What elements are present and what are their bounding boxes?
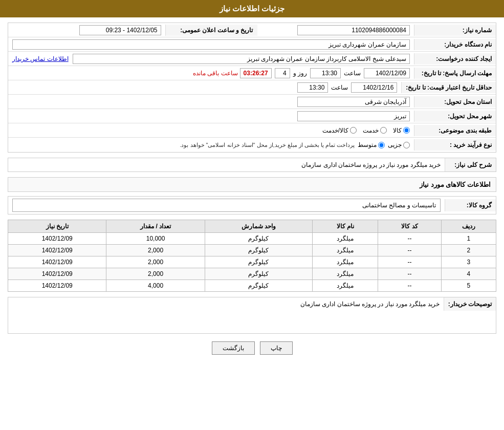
shomareNiaz-value-cell: 1102094886000084 (257, 24, 414, 37)
ostan-label: استان محل تحویل: (414, 96, 496, 107)
cell-radif: 2 (441, 245, 496, 256)
ostan-value: آذربایجان شرقی (297, 97, 410, 107)
remaining-time-label: ساعت باقی مانده (193, 70, 238, 77)
radio-kala-khedmat-input[interactable] (350, 127, 357, 134)
sharh-koli-label: شرح کلی نیاز: (445, 158, 496, 171)
radio-khedmat-input[interactable] (380, 127, 387, 134)
cell-kodKala: -- (378, 256, 441, 268)
table-row: 4--میلگردکیلوگرم2,0001402/12/09 (8, 268, 496, 280)
row-ostan: استان محل تحویل: آذربایجان شرقی (8, 95, 496, 109)
row-ijadKonande: ایجاد کننده درخواست: سیدعلی شیخ الاسلامی… (8, 52, 496, 66)
radio-khedmat-label: خدمت (363, 127, 379, 134)
table-row: 2--میلگردکیلوگرم2,0001402/12/09 (8, 245, 496, 256)
cell-radif: 3 (441, 256, 496, 268)
shomareNiaz-label: شماره نیاز: (414, 25, 496, 36)
th-kodKala: کد کالا (378, 220, 441, 233)
noeFarayand-description: پرداخت تمام یا بخشی از مبلغ خرید,از محل … (180, 142, 355, 148)
radio-kala-input[interactable] (403, 127, 410, 134)
kala-table: ردیف کد کالا نام کالا واحد شمارش تعداد /… (8, 220, 496, 292)
cell-vahed: کیلوگرم (205, 233, 313, 245)
th-vahed: واحد شمارش (205, 220, 313, 233)
radio-khedmat[interactable]: خدمت (363, 127, 387, 134)
radio-jozii-input[interactable] (403, 142, 410, 148)
namDastgah-value: سازمان عمران شهرداری تبریز (12, 39, 410, 50)
radio-kala-khedmat[interactable]: کالا/خدمت (322, 127, 357, 134)
radio-kala[interactable]: کالا (393, 127, 410, 134)
mohlat-time-label: ساعت (344, 70, 361, 77)
cell-vahed: کیلوگرم (205, 268, 313, 280)
buttons-row: چاپ بازگشت (8, 341, 496, 355)
sharh-koli-row: شرح کلی نیاز: خرید میلگرد مورد نیاز در پ… (8, 158, 496, 172)
row-namDastgah: نام دستگاه خریدار: سازمان عمران شهرداری … (8, 37, 496, 52)
radio-kala-khedmat-label: کالا/خدمت (322, 127, 348, 134)
cell-vahed: کیلوگرم (205, 245, 313, 256)
row-tabaqebandi: طبقه بندی موضوعی: کالا خدمت کالا/خدمت (8, 123, 496, 138)
ijadKonande-value-cell: سیدعلی شیخ الاسلامی کاربرداز سازمان عمرا… (8, 52, 414, 66)
cell-radif: 4 (441, 268, 496, 280)
cell-kodKala: -- (378, 245, 441, 256)
info-section: شماره نیاز: 1102094886000084 تاریخ و ساع… (8, 23, 496, 153)
shahr-value: تبریز (297, 111, 410, 121)
ostan-value-cell: آذربایجان شرقی (8, 95, 414, 109)
radio-jozii-label: جزیی (388, 141, 402, 148)
mohlat-label: مهلت ارسال پاسخ: تا تاریخ: (414, 68, 496, 79)
cell-tedad: 10,000 (106, 233, 205, 245)
tabaqebandi-label: طبقه بندی موضوعی: (414, 125, 496, 136)
cell-namKala: میلگرد (313, 280, 378, 292)
remaining-time-value: 03:26:27 (240, 68, 272, 78)
radio-motavasset[interactable]: متوسط (358, 141, 385, 148)
notes-label: توصیحات خریدار: (444, 297, 496, 311)
ittilaat-tamas-link[interactable]: اطلاعات تماس خریدار (12, 55, 69, 62)
radio-motavasset-label: متوسط (358, 141, 377, 148)
mohlat-date: 1402/12/09 (364, 68, 410, 78)
mohlat-roz-label: روز و (293, 70, 307, 77)
shahr-value-cell: تبریز (8, 110, 414, 123)
chap-button[interactable]: چاپ (260, 341, 293, 355)
radio-motavasset-input[interactable] (378, 142, 385, 148)
tarikh-value: 1402/12/05 - 09:23 (79, 25, 161, 35)
cell-namKala: میلگرد (313, 245, 378, 256)
mohlat-time: 13:30 (310, 68, 341, 78)
row-shomareNiaz: شماره نیاز: 1102094886000084 تاریخ و ساع… (8, 23, 496, 37)
noeFarayand-label: نوع فرآیند خرید : (414, 139, 496, 150)
tarikh-value-cell: 1402/12/05 - 09:23 (8, 24, 165, 37)
radio-jozii[interactable]: جزیی (388, 141, 410, 148)
page-title: جزئیات اطلاعات نیاز (220, 4, 284, 13)
th-tedad: تعداد / مقدار (106, 220, 205, 233)
cell-tarikh: 1402/12/09 (8, 280, 106, 292)
namDastgah-label: نام دستگاه خریدار: (414, 39, 496, 50)
remaining-time-container: 03:26:27 ساعت باقی مانده (193, 68, 272, 78)
cell-vahed: کیلوگرم (205, 280, 313, 292)
cell-tedad: 2,000 (106, 256, 205, 268)
cell-tarikh: 1402/12/09 (8, 268, 106, 280)
cell-radif: 1 (441, 233, 496, 245)
hadaqal-time-label: ساعت (331, 84, 348, 91)
th-tarikh: تاریخ نیاز (8, 220, 106, 233)
tabaqebandi-value-cell: کالا خدمت کالا/خدمت (8, 125, 414, 136)
ettelaat-kala-title: اطلاعات کالاهای مورد نیاز (420, 181, 491, 188)
cell-radif: 5 (441, 280, 496, 292)
shomareNiaz-value: 1102094886000084 (297, 25, 410, 35)
table-row: 5--میلگردکیلوگرم4,0001402/12/09 (8, 280, 496, 292)
th-radif: ردیف (441, 220, 496, 233)
cell-vahed: کیلوگرم (205, 256, 313, 268)
cell-tarikh: 1402/12/09 (8, 233, 106, 245)
ettelaat-kala-header: اطلاعات کالاهای مورد نیاز (8, 177, 496, 192)
notes-section: توصیحات خریدار: خرید میلگرد مورد نیاز در… (8, 297, 496, 334)
notes-textarea[interactable] (8, 297, 444, 333)
cell-namKala: میلگرد (313, 256, 378, 268)
cell-kodKala: -- (378, 268, 441, 280)
goods-value: تاسیسات و مصالح ساختمانی (12, 199, 441, 212)
page-header: جزئیات اطلاعات نیاز (0, 0, 504, 17)
page-wrapper: جزئیات اطلاعات نیاز شماره نیاز: 11020948… (0, 0, 504, 430)
goods-row: گروه کالا: تاسیسات و مصالح ساختمانی (8, 196, 496, 214)
mohlat-roz: 4 (275, 68, 290, 78)
noeFarayand-value-cell: جزیی متوسط پرداخت تمام یا بخشی از مبلغ خ… (8, 140, 414, 150)
hadaqal-time: 13:30 (297, 82, 328, 93)
bazgasht-button[interactable]: بازگشت (212, 341, 255, 355)
table-row: 1--میلگردکیلوگرم10,0001402/12/09 (8, 233, 496, 245)
cell-tedad: 2,000 (106, 268, 205, 280)
cell-kodKala: -- (378, 280, 441, 292)
cell-namKala: میلگرد (313, 268, 378, 280)
namDastgah-value-cell: سازمان عمران شهرداری تبریز (8, 38, 414, 51)
